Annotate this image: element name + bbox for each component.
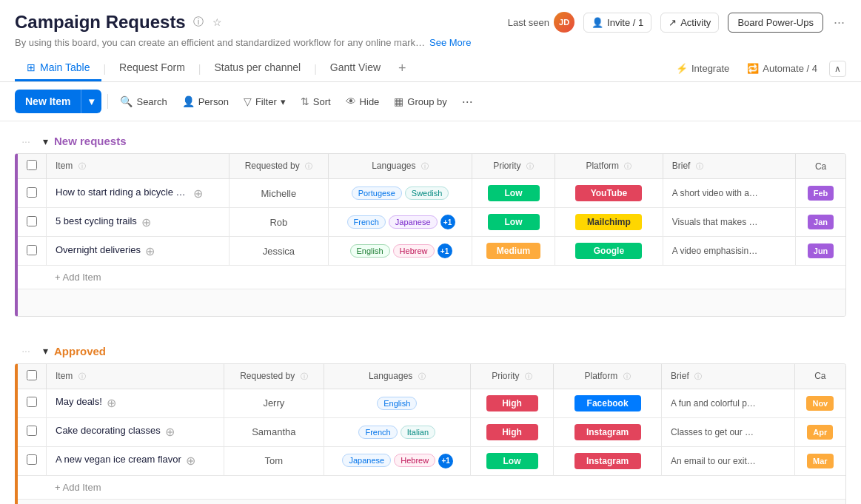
new-item-dropdown-arrow[interactable]: ▾ bbox=[81, 90, 101, 113]
group-by-button[interactable]: ▦ Group by bbox=[388, 91, 452, 112]
item-name: A new vegan ice cream flavor bbox=[56, 454, 181, 465]
add-item-row[interactable]: + Add Item bbox=[18, 475, 845, 499]
row-checkbox[interactable] bbox=[27, 397, 37, 407]
sort-button[interactable]: ⇅ Sort bbox=[295, 91, 337, 112]
row-checkbox[interactable] bbox=[27, 216, 37, 226]
platform-badge[interactable]: Mailchimp bbox=[575, 214, 642, 230]
platform-cell: Google bbox=[555, 237, 663, 266]
add-item-row[interactable]: + Add Item bbox=[18, 266, 845, 289]
language-tag[interactable]: Portugese bbox=[352, 187, 402, 200]
person-icon: 👤 bbox=[182, 95, 195, 107]
language-tag[interactable]: Italian bbox=[401, 426, 435, 439]
ca-badge[interactable]: Mar bbox=[807, 454, 834, 468]
invite-button[interactable]: 👤 Invite / 1 bbox=[583, 13, 651, 33]
language-tag[interactable]: Hebrew bbox=[393, 244, 435, 258]
tab-status-per-channel[interactable]: Status per channel bbox=[202, 56, 312, 81]
table-row: A new vegan ice cream flavor⊕TomJapanese… bbox=[18, 446, 845, 475]
add-tab-button[interactable]: + bbox=[392, 58, 412, 79]
hide-button[interactable]: 👁 Hide bbox=[340, 91, 386, 112]
ca-badge[interactable]: Nov bbox=[806, 396, 834, 411]
priority-badge[interactable]: High bbox=[486, 424, 538, 440]
add-subitem-icon[interactable]: ⊕ bbox=[186, 454, 195, 467]
select-all-new[interactable] bbox=[27, 160, 37, 170]
add-subitem-icon[interactable]: ⊕ bbox=[107, 397, 116, 409]
platform-badge[interactable]: Instagram bbox=[574, 424, 641, 440]
th-requested-new: Requested by ⓘ bbox=[229, 154, 329, 179]
priority-badge[interactable]: High bbox=[486, 395, 538, 411]
star-icon[interactable]: ☆ bbox=[211, 15, 224, 30]
language-tag[interactable]: Swedish bbox=[405, 187, 449, 200]
requested-by-cell: Jessica bbox=[229, 237, 329, 266]
language-tag[interactable]: Japanese bbox=[342, 454, 391, 467]
filter-icon: ▽ bbox=[244, 95, 252, 107]
brief-cell: An email to our exit… bbox=[662, 446, 795, 475]
tab-request-form[interactable]: Request Form bbox=[107, 56, 197, 81]
language-tag[interactable]: English bbox=[377, 397, 417, 410]
priority-badge[interactable]: Low bbox=[486, 453, 538, 469]
row-checkbox[interactable] bbox=[27, 426, 37, 436]
language-tag[interactable]: English bbox=[350, 244, 390, 258]
more-options-icon[interactable]: ··· bbox=[832, 13, 846, 32]
integrate-button[interactable]: ⚡ Integrate bbox=[670, 60, 735, 77]
languages-extra-badge[interactable]: +1 bbox=[438, 243, 452, 258]
ca-badge[interactable]: Jun bbox=[808, 243, 834, 258]
platform-badge[interactable]: YouTube bbox=[575, 185, 642, 201]
table-approved: Item ⓘ Requested by ⓘ Languages ⓘ Priori… bbox=[15, 363, 846, 505]
item-name: 5 best cycling trails bbox=[56, 215, 137, 226]
section-header-new-requests[interactable]: ··· ▾ New requests bbox=[15, 129, 846, 153]
ca-badge[interactable]: Apr bbox=[807, 425, 833, 440]
add-subitem-icon[interactable]: ⊕ bbox=[141, 216, 151, 229]
new-item-button[interactable]: New Item ▾ bbox=[15, 90, 101, 113]
add-item-cell[interactable]: + Add Item bbox=[18, 475, 845, 499]
languages-extra-badge[interactable]: +1 bbox=[440, 215, 455, 229]
collapse-button[interactable]: ∧ bbox=[829, 61, 846, 77]
row-checkbox[interactable] bbox=[27, 245, 37, 255]
language-tag[interactable]: Japanese bbox=[389, 215, 438, 229]
platform-badge[interactable]: Facebook bbox=[574, 395, 641, 411]
priority-badge[interactable]: Low bbox=[488, 214, 540, 230]
more-tools-button[interactable]: ··· bbox=[456, 91, 479, 112]
row-checkbox[interactable] bbox=[27, 187, 37, 198]
languages-extra-badge[interactable]: +1 bbox=[438, 454, 453, 468]
see-more-link[interactable]: See More bbox=[429, 37, 471, 48]
tab-main-table[interactable]: ⊞ Main Table bbox=[15, 56, 101, 81]
select-all-approved[interactable] bbox=[27, 370, 37, 380]
language-tag[interactable]: Hebrew bbox=[394, 454, 435, 467]
add-item-cell[interactable]: + Add Item bbox=[18, 266, 845, 289]
ca-badge[interactable]: Jan bbox=[808, 215, 834, 229]
section-toggle-approved: ▾ bbox=[43, 345, 48, 357]
info-icon[interactable]: ⓘ bbox=[192, 14, 205, 30]
platform-badge[interactable]: Google bbox=[575, 243, 642, 259]
th-item-new: Item ⓘ bbox=[47, 154, 230, 179]
th-brief-approved: Brief ⓘ bbox=[662, 364, 795, 389]
automate-button[interactable]: 🔁 Automate / 4 bbox=[741, 60, 823, 77]
priority-badge[interactable]: Medium bbox=[486, 243, 540, 259]
platform-badge[interactable]: Instagram bbox=[574, 453, 641, 469]
sort-icon: ⇅ bbox=[301, 95, 309, 107]
board-powerups-button[interactable]: Board Power-Ups bbox=[728, 13, 823, 33]
row-checkbox[interactable] bbox=[27, 454, 37, 465]
section-header-approved[interactable]: ··· ▾ Approved bbox=[15, 339, 846, 363]
table-row: Cake decorating classes⊕SamanthaFrenchIt… bbox=[18, 417, 845, 446]
add-subitem-icon[interactable]: ⊕ bbox=[165, 426, 175, 438]
languages-cell: PortugeseSwedish bbox=[329, 179, 472, 208]
language-tag[interactable]: French bbox=[358, 426, 397, 439]
add-subitem-icon[interactable]: ⊕ bbox=[145, 245, 155, 258]
ca-badge[interactable]: Feb bbox=[808, 186, 834, 201]
group-icon: ▦ bbox=[394, 95, 403, 107]
main-content: ··· ▾ New requests Item ⓘ Requested by ⓘ… bbox=[0, 121, 861, 504]
automate-icon: 🔁 bbox=[747, 63, 759, 74]
language-tag[interactable]: French bbox=[347, 215, 386, 229]
person-filter-button[interactable]: 👤 Person bbox=[176, 91, 235, 112]
filter-button[interactable]: ▽ Filter ▾ bbox=[238, 91, 292, 112]
priority-cell: High bbox=[470, 389, 553, 417]
tab-gantt-view[interactable]: Gantt View bbox=[318, 56, 392, 81]
th-languages-approved: Languages ⓘ bbox=[324, 364, 470, 389]
add-subitem-icon[interactable]: ⊕ bbox=[193, 187, 203, 200]
search-icon: 🔍 bbox=[120, 95, 133, 107]
activity-button[interactable]: ↗ Activity bbox=[660, 13, 719, 33]
empty-row bbox=[18, 289, 845, 316]
search-button[interactable]: 🔍 Search bbox=[114, 91, 172, 112]
priority-badge[interactable]: Low bbox=[488, 185, 540, 201]
subtitle: By using this board, you can create an e… bbox=[15, 37, 846, 48]
